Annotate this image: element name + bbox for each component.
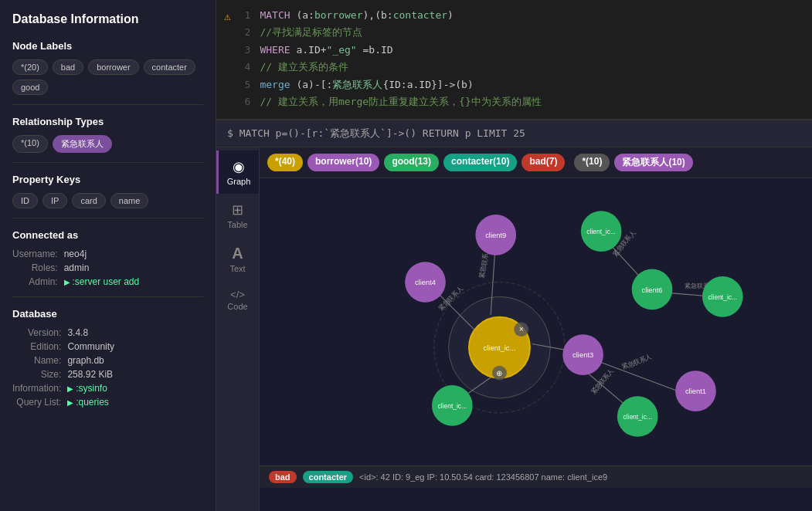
tag-rel-all[interactable]: *(10) — [12, 135, 48, 153]
size-value: 258.92 KiB — [67, 369, 203, 380]
divider-3 — [12, 218, 203, 218]
tag-good[interactable]: good — [12, 80, 48, 95]
edge-label: 紧急联系人 — [621, 354, 653, 371]
tab-sidebar: ◉ Graph ⊞ Table A Text </> Code — [216, 147, 260, 511]
version-value: 3.4.8 — [67, 327, 203, 338]
roles-value: admin — [64, 262, 203, 273]
graph-content: *(40) borrower(10) good(13) contacter(10… — [260, 147, 812, 511]
code-line-5: ⚠ 5 merge (a)-[:紧急联系人{ID:a.ID}]->(b) — [216, 77, 812, 94]
tab-table[interactable]: ⊞ Table — [216, 194, 259, 237]
status-info: <id>: 42 ID: 9_eg IP: 10.50.54 card: 123… — [359, 472, 607, 482]
table-icon: ⊞ — [232, 201, 243, 218]
node-label-client6: client6 — [641, 286, 662, 294]
tab-text-label: Text — [229, 264, 245, 273]
db-name-label: Name: — [12, 355, 61, 366]
status-badge-bad: bad — [269, 471, 297, 483]
tag-borrower[interactable]: borrower — [88, 59, 138, 75]
tag-prop-name[interactable]: name — [110, 193, 149, 208]
node-legend: *(40) borrower(10) good(13) contacter(10… — [260, 147, 812, 178]
node-label-client-ic4: client_ic... — [623, 414, 652, 421]
node-label-client-ic3: client_ic... — [438, 403, 467, 411]
relationship-types-row: *(10) 紧急联系人 — [12, 135, 203, 153]
edition-value: Community — [67, 341, 203, 352]
admin-label: Admin: — [12, 276, 58, 287]
tag-bad[interactable]: bad — [53, 59, 83, 75]
text-icon: A — [232, 245, 243, 262]
code-line-3: ⚠ 3 WHERE a.ID+"_eg" =b.ID — [216, 42, 812, 59]
query-list-label: Query List: — [12, 397, 61, 408]
node-labels-title: Node Labels — [12, 40, 203, 52]
legend-borrower[interactable]: borrower(10) — [307, 154, 379, 171]
connected-as-title: Connected as — [12, 229, 203, 241]
node-label-client4: client4 — [415, 279, 436, 287]
tab-code[interactable]: </> Code — [216, 281, 259, 319]
code-line-1: ⚠ 1 MATCH (a:borrower),(b:contacter) — [216, 8, 812, 25]
tab-text[interactable]: A Text — [216, 237, 259, 281]
legend-rel-all[interactable]: *(10) — [574, 154, 610, 171]
size-label: Size: — [12, 369, 61, 380]
sidebar-title: Database Information — [12, 12, 203, 26]
admin-value[interactable]: :server user add — [64, 276, 203, 287]
information-value[interactable]: :sysinfo — [67, 383, 203, 394]
main-area: ⚠ 1 MATCH (a:borrower),(b:contacter) ⚠ 2… — [216, 0, 812, 511]
tag-rel-emergency[interactable]: 紧急联系人 — [53, 135, 112, 153]
legend-contacter[interactable]: contacter(10) — [443, 154, 517, 171]
query-list-value[interactable]: :queries — [67, 397, 203, 408]
divider-1 — [12, 104, 203, 105]
tag-all[interactable]: *(20) — [12, 59, 48, 75]
sidebar: Database Information Node Labels *(20) b… — [0, 0, 216, 511]
node-label-client-ic1: client_ic... — [586, 228, 616, 236]
divider-4 — [12, 296, 203, 297]
relationship-types-title: Relationship Types — [12, 116, 203, 127]
legend-all[interactable]: *(40) — [267, 154, 303, 171]
tag-prop-id[interactable]: ID — [12, 193, 38, 208]
result-area: ◉ Graph ⊞ Table A Text </> Code *(40) bo… — [216, 147, 812, 511]
svg-text:×: × — [519, 326, 524, 334]
svg-text:⊕: ⊕ — [496, 369, 502, 377]
graph-icon: ◉ — [233, 158, 245, 175]
node-label-client1: client1 — [685, 387, 706, 396]
information-label: Information: — [12, 383, 61, 394]
status-badge-contacter: contacter — [303, 471, 354, 483]
property-keys-title: Property Keys — [12, 174, 203, 185]
username-value: neo4j — [64, 249, 203, 259]
node-labels-row: *(20) bad borrower contacter good — [12, 59, 203, 95]
code-line-2: ⚠ 2 //寻找满足标签的节点 — [216, 25, 812, 42]
legend-bad[interactable]: bad(7) — [522, 154, 565, 171]
connected-as-grid: Username: neo4j Roles: admin Admin: :ser… — [12, 249, 203, 287]
node-label-center: client_ic... — [484, 343, 516, 352]
username-label: Username: — [12, 249, 58, 259]
node-label-client3: client3 — [572, 351, 593, 360]
tag-contacter[interactable]: contacter — [144, 59, 195, 75]
db-name-value: graph.db — [67, 355, 203, 366]
tab-graph[interactable]: ◉ Graph — [216, 151, 259, 194]
database-title: Database — [12, 308, 203, 320]
code-line-6: ⚠ 6 // 建立关系，用merge防止重复建立关系，{}中为关系的属性 — [216, 94, 812, 111]
warning-icon: ⚠ — [224, 8, 230, 25]
node-label-client9: client9 — [485, 231, 506, 239]
code-line-4: ⚠ 4 // 建立关系的条件 — [216, 59, 812, 76]
graph-svg: 紧急联系人 紧急联系人 紧急联系人 紧急联系人 — [260, 178, 812, 488]
status-bar: bad contacter <id>: 42 ID: 9_eg IP: 10.5… — [260, 465, 812, 488]
query-bar[interactable]: $ MATCH p=()-[r:`紧急联系人`]->() RETURN p LI… — [216, 120, 812, 147]
graph-svg-area: 紧急联系人 紧急联系人 紧急联系人 紧急联系人 — [260, 178, 812, 488]
node-label-client-ic2: client_ic... — [708, 293, 737, 301]
property-keys-row: ID IP card name — [12, 193, 203, 208]
version-label: Version: — [12, 327, 61, 338]
code-editor: ⚠ 1 MATCH (a:borrower),(b:contacter) ⚠ 2… — [216, 0, 812, 120]
code-icon: </> — [230, 289, 245, 300]
legend-rel-emergency[interactable]: 紧急联系人(10) — [614, 154, 692, 171]
tab-graph-label: Graph — [227, 177, 251, 186]
roles-label: Roles: — [12, 262, 58, 273]
tab-table-label: Table — [227, 220, 247, 229]
database-grid: Version: 3.4.8 Edition: Community Name: … — [12, 327, 203, 408]
tag-prop-ip[interactable]: IP — [42, 193, 67, 208]
edition-label: Edition: — [12, 341, 61, 352]
tag-prop-card[interactable]: card — [72, 193, 105, 208]
divider-2 — [12, 162, 203, 163]
legend-good[interactable]: good(13) — [384, 154, 439, 171]
tab-code-label: Code — [227, 302, 247, 311]
